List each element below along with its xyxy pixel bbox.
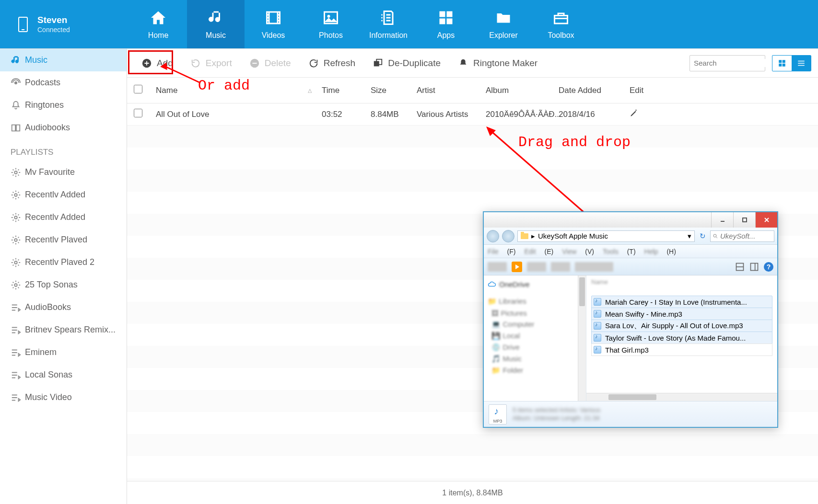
sidebar-playlist-played2[interactable]: Recentlv Plaved 2: [0, 251, 127, 274]
col-name[interactable]: Name: [156, 86, 298, 95]
sidebar-playlist-played1[interactable]: Recentlv Plaved: [0, 229, 127, 251]
drive-v[interactable]: (V): [585, 248, 594, 255]
menu-item[interactable]: Tools: [603, 248, 619, 255]
sidebar-playlist-favourite[interactable]: Mv Favourite: [0, 161, 127, 183]
drive-e[interactable]: (E): [545, 248, 554, 255]
play-button[interactable]: [512, 262, 522, 272]
sidebar-playlist-top25[interactable]: 25 Top Sonas: [0, 274, 127, 296]
sidebar-playlist-recent2[interactable]: Recentlv Added: [0, 206, 127, 229]
tree-cloud[interactable]: OneDrive: [488, 278, 582, 290]
organize-button[interactable]: [488, 262, 507, 272]
help-icon[interactable]: ?: [764, 262, 773, 272]
sidebar-playlist-eminem[interactable]: Eminem: [0, 341, 127, 364]
svg-point-2: [381, 17, 383, 18]
tree-item[interactable]: 🎵 Music: [488, 353, 582, 365]
tree-item[interactable]: 🖼 Pictures: [488, 307, 582, 319]
nav-videos[interactable]: Videos: [245, 0, 302, 48]
select-all-checkbox[interactable]: [134, 85, 142, 93]
sidebar-item-music[interactable]: Music: [0, 49, 127, 71]
refresh-button[interactable]: Refresh: [301, 54, 363, 72]
nav-toolbox[interactable]: Toolbox: [532, 0, 590, 48]
home-icon: [150, 9, 167, 26]
col-time[interactable]: Time: [322, 86, 371, 95]
col-date[interactable]: Date Added: [559, 86, 630, 95]
tool-blur[interactable]: [527, 262, 546, 272]
music-note-icon: [11, 55, 21, 66]
tool-blur[interactable]: [575, 262, 613, 272]
ringtone-button[interactable]: Ringtone Maker: [450, 54, 545, 72]
col-edit[interactable]: Edit: [630, 86, 658, 95]
menu-item[interactable]: File: [488, 248, 499, 255]
file-item[interactable]: That Girl.mp3: [591, 344, 772, 356]
sidebar-item-podcasts[interactable]: Podcasts: [0, 71, 127, 94]
refresh-icon[interactable]: ↻: [698, 231, 707, 241]
back-button[interactable]: [487, 230, 499, 242]
view-grid-button[interactable]: [772, 56, 792, 71]
sidebar-playlist-musicvideo[interactable]: Music Video: [0, 386, 127, 409]
edit-button[interactable]: [630, 109, 658, 120]
tree-item[interactable]: 💾 Local: [488, 330, 582, 342]
minimize-button[interactable]: [711, 212, 733, 228]
file-item[interactable]: Mean Swifty - Mine.mp3: [591, 308, 772, 320]
gear-icon: [11, 280, 21, 290]
delete-button[interactable]: Delete: [242, 54, 299, 72]
menu-item[interactable]: View: [562, 248, 576, 255]
sort-indicator-icon[interactable]: ▵: [298, 85, 322, 95]
sidebar-playlist-audiobooks[interactable]: AudioBooks: [0, 296, 127, 319]
playlist-icon: [11, 347, 21, 358]
tree-item[interactable]: 💻 Computer: [488, 319, 582, 330]
export-button[interactable]: Export: [183, 54, 240, 72]
tree-item[interactable]: 📁 Folder: [488, 365, 582, 376]
col-album[interactable]: Album: [486, 86, 559, 95]
col-size[interactable]: Size: [371, 86, 417, 95]
sidebar-item-ringtones[interactable]: Ringtones: [0, 94, 127, 116]
preview-pane-icon[interactable]: [749, 262, 759, 272]
file-item[interactable]: Mariah Carey - I Stay In Love (Instrumen…: [591, 296, 772, 308]
device-block: Steven Connected: [0, 0, 129, 48]
sidebar-playlist-britney[interactable]: Britnev Spears Remix...: [0, 319, 127, 341]
row-checkbox[interactable]: [134, 109, 142, 117]
maximize-button[interactable]: [733, 212, 755, 228]
nav-photos[interactable]: Photos: [302, 0, 360, 48]
file-explorer-window[interactable]: ▸ UkeySoft Apple Music ▾ ↻ UkeySoft... F…: [483, 211, 778, 428]
file-item[interactable]: Taylor Swift - Love Story (As Made Famou…: [591, 332, 772, 344]
tree-item[interactable]: 💿 Drive: [488, 342, 582, 353]
close-button[interactable]: [755, 212, 777, 228]
menu-item[interactable]: Help: [644, 248, 658, 255]
svg-point-9: [14, 171, 17, 174]
nav-information[interactable]: Information: [360, 0, 417, 48]
search-input[interactable]: [694, 59, 785, 67]
svg-point-1: [381, 14, 383, 15]
file-item[interactable]: Sara Lov、Air Supply - All Out of Love.mp…: [591, 320, 772, 332]
file-hscrollbar[interactable]: [586, 393, 777, 401]
nav-home[interactable]: Home: [129, 0, 187, 48]
view-options-icon[interactable]: [735, 262, 745, 272]
explorer-titlebar[interactable]: [484, 212, 777, 228]
forward-button[interactable]: [502, 230, 514, 242]
preview-text-blur: 5 items selected Artists: VariousAlbum: …: [513, 406, 772, 423]
svg-rect-7: [447, 18, 453, 24]
view-list-button[interactable]: [792, 56, 811, 71]
sidebar-item-audiobooks[interactable]: Audiobooks: [0, 116, 127, 139]
nav-explorer[interactable]: Explorer: [475, 0, 532, 48]
nav-music[interactable]: Music: [187, 0, 245, 48]
sidebar-playlist-recent1[interactable]: Recentlv Added: [0, 183, 127, 206]
tool-blur[interactable]: [551, 262, 570, 272]
nav-apps[interactable]: Apps: [417, 0, 475, 48]
tree-scrollbar[interactable]: [578, 275, 586, 401]
drive-h[interactable]: (H): [666, 248, 676, 255]
deduplicate-button[interactable]: De-Duplicate: [365, 54, 448, 72]
menu-item[interactable]: Edit: [524, 248, 536, 255]
explorer-file-list[interactable]: Name Mariah Carey - I Stay In Love (Inst…: [586, 275, 777, 401]
table-row[interactable]: All Out of Love 03:52 8.84MB Various Art…: [127, 103, 818, 126]
col-artist[interactable]: Artist: [417, 86, 486, 95]
tree-item[interactable]: 📁 Libraries: [488, 296, 582, 307]
drive-f[interactable]: (F): [507, 248, 516, 255]
path-field[interactable]: ▸ UkeySoft Apple Music ▾: [517, 230, 695, 242]
explorer-tree[interactable]: OneDrive 📁 Libraries 🖼 Pictures 💻 Comput…: [484, 275, 586, 401]
search-box[interactable]: [689, 55, 765, 71]
add-button[interactable]: Add: [134, 54, 181, 72]
explorer-search[interactable]: UkeySoft...: [710, 230, 774, 242]
sidebar-playlist-local[interactable]: Local Sonas: [0, 364, 127, 386]
drive-t[interactable]: (T): [627, 248, 636, 255]
